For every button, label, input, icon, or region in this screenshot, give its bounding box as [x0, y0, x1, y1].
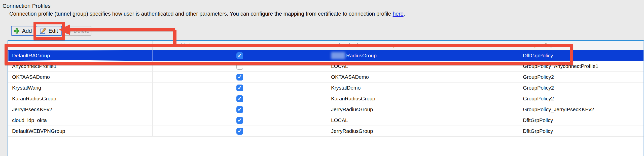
ikev2-checkbox-checked[interactable]	[236, 128, 243, 135]
cell-ikev2-enabled	[153, 115, 327, 126]
table-row[interactable]: cloud_idp_oktaLOCALDfltGrpPolicy	[8, 115, 643, 126]
table-row[interactable]: JerryIPsecKKEv2JerryRadiusGroupGroupPoli…	[8, 104, 643, 115]
cell-name[interactable]: KaranRadiusGroup	[8, 93, 153, 104]
auth-server-group-text: JerryRadiusGroup	[331, 128, 373, 134]
description-before: Connection profile (tunnel group) specif…	[9, 11, 393, 17]
auth-server-group-text: OKTAASADemo	[331, 74, 369, 80]
table-row[interactable]: KrystalWangKrystalDemoGroupPolicy2	[8, 83, 643, 93]
table-row[interactable]: DefaultWEBVPNGroupJerryRadiusGroupDfltGr…	[8, 126, 643, 137]
table-row[interactable]: KaranRadiusGroupKaranRadiusGroupGroupPol…	[8, 93, 643, 104]
cell-auth-server-group[interactable]: KaranRadiusGroup	[327, 93, 519, 104]
add-button[interactable]: Add	[11, 26, 34, 36]
cell-name[interactable]: cloud_idp_okta	[8, 115, 153, 126]
cell-auth-server-group[interactable]: OKTAASADemo	[327, 72, 519, 82]
cell-group-policy[interactable]: GroupPolicy2	[519, 93, 643, 104]
ikev2-checkbox-checked[interactable]	[236, 74, 243, 81]
auth-server-group-text: LOCAL	[331, 117, 348, 123]
auth-server-group-text: KaranRadiusGroup	[331, 96, 375, 102]
here-link[interactable]: here	[393, 11, 404, 17]
cell-auth-server-group[interactable]: JerryRadiusGroup	[327, 126, 519, 136]
description-after: .	[404, 11, 405, 17]
auth-server-group-text: KrystalDemo	[331, 85, 361, 91]
plus-icon	[14, 28, 20, 34]
cell-name[interactable]: OKTAASADemo	[8, 72, 153, 82]
ikev2-checkbox-checked[interactable]	[236, 85, 243, 91]
cell-group-policy[interactable]: GroupPolicy2	[519, 83, 643, 93]
cell-group-policy[interactable]: DfltGrpPolicy	[519, 126, 643, 136]
cell-group-policy[interactable]: GroupPolicy_JerryIPsecKKEv2	[519, 104, 643, 115]
cell-ikev2-enabled	[153, 93, 327, 104]
selected-row-highlight-box	[5, 44, 573, 65]
cell-ikev2-enabled	[153, 126, 327, 136]
cell-name[interactable]: DefaultWEBVPNGroup	[8, 126, 153, 136]
table-row[interactable]: OKTAASADemoOKTAASADemoGroupPolicy2	[8, 72, 643, 83]
cell-ikev2-enabled	[153, 104, 327, 115]
cell-name[interactable]: KrystalWang	[8, 83, 153, 93]
cell-group-policy[interactable]: DfltGrpPolicy	[519, 115, 643, 126]
cell-name[interactable]: JerryIPsecKKEv2	[8, 104, 153, 115]
cell-auth-server-group[interactable]: JerryRadiusGroup	[327, 104, 519, 115]
cell-auth-server-group[interactable]: LOCAL	[327, 115, 519, 126]
description-text: Connection profile (tunnel group) specif…	[9, 11, 405, 17]
cell-auth-server-group[interactable]: KrystalDemo	[327, 83, 519, 93]
cell-ikev2-enabled	[153, 83, 327, 93]
ikev2-checkbox-checked[interactable]	[236, 95, 243, 102]
ikev2-checkbox-checked[interactable]	[236, 106, 243, 113]
cell-ikev2-enabled	[153, 72, 327, 82]
annotation-arrow-shaft	[68, 28, 175, 31]
cell-group-policy[interactable]: GroupPolicy2	[519, 72, 643, 82]
ikev2-checkbox-checked[interactable]	[236, 117, 243, 124]
auth-server-group-text: JerryRadiusGroup	[331, 106, 373, 112]
annotation-arrow-vertical	[173, 30, 176, 45]
page-title: Connection Profiles	[3, 3, 51, 9]
add-button-label: Add	[22, 28, 32, 34]
annotation-arrow-head	[59, 24, 70, 35]
groupbox-divider	[72, 7, 644, 7]
